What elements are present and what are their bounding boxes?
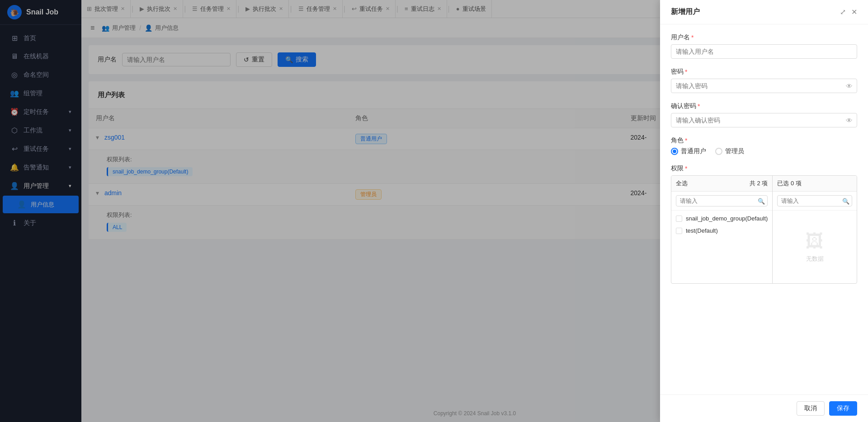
transfer-right-search-wrap: 🔍 [773,192,857,211]
role-admin-label: 管理员 [725,147,744,155]
transfer-select-all[interactable]: 全选 [676,179,688,188]
required-star: * [685,68,687,75]
drawer-title: 新增用户 [671,7,700,17]
transfer-right-search[interactable] [777,195,852,206]
required-star: * [685,165,687,172]
form-label-username: 用户名 * [671,33,857,42]
drawer-body: 用户名 * 密码 * 👁 确认密码 * 👁 [660,24,868,394]
transfer-left-count: 共 2 项 [750,179,768,188]
transfer-left-search-wrap: 🔍 [671,192,772,211]
empty-label: 无数据 [806,255,824,263]
transfer-item-label: snail_job_demo_group(Default) [686,215,768,222]
transfer-left-header: 全选 共 2 项 [671,176,772,192]
confirm-password-input-wrap: 👁 [671,113,857,127]
empty-icon: 🖼 [806,231,824,251]
transfer-checkbox[interactable] [676,228,682,234]
transfer-checkbox[interactable] [676,216,682,222]
role-radio-group: 普通用户 管理员 [671,147,857,155]
username-input[interactable] [671,44,857,59]
form-label-password: 密码 * [671,68,857,76]
transfer-right-count: 已选 0 项 [777,179,801,188]
form-label-confirm-password: 确认密码 * [671,102,857,110]
transfer-item[interactable]: snail_job_demo_group(Default) [671,212,772,225]
transfer-right-list: 🖼 无数据 [773,211,857,283]
eye-icon[interactable]: 👁 [846,117,853,124]
required-star: * [698,103,700,110]
add-user-drawer: 新增用户 ⤢ ✕ 用户名 * 密码 * 👁 [660,0,868,422]
transfer-item-label: test(Default) [686,227,718,234]
transfer-right-panel: 已选 0 项 🔍 🖼 无数据 [772,176,857,283]
eye-icon[interactable]: 👁 [846,82,853,90]
role-normal-label: 普通用户 [681,147,706,155]
drawer-header: 新增用户 ⤢ ✕ [660,0,868,24]
form-label-role: 角色 * [671,136,857,145]
drawer-footer: 取消 保存 [660,394,868,422]
form-item-permissions: 权限 * 全选 共 2 项 🔍 [671,164,857,284]
close-icon[interactable]: ✕ [851,8,857,16]
form-item-role: 角色 * 普通用户 管理员 [671,136,857,155]
drawer-controls: ⤢ ✕ [840,8,857,16]
transfer-left-list: snail_job_demo_group(Default) test(Defau… [671,211,772,283]
form-item-username: 用户名 * [671,33,857,59]
transfer-search-icon: 🔍 [842,197,849,204]
transfer-search-icon: 🔍 [758,197,765,204]
radio-circle-admin [715,148,722,155]
empty-state: 🖼 无数据 [773,212,857,281]
transfer-left-panel: 全选 共 2 项 🔍 snail_job_demo_group(Default) [671,176,772,283]
transfer-item[interactable]: test(Default) [671,225,772,237]
confirm-password-input[interactable] [671,113,857,127]
transfer-left-search[interactable] [676,195,768,206]
password-input[interactable] [671,79,857,93]
cancel-button[interactable]: 取消 [797,401,825,416]
transfer-right-header: 已选 0 项 [773,176,857,192]
required-star: * [685,137,687,144]
form-item-confirm-password: 确认密码 * 👁 [671,102,857,127]
role-admin-radio[interactable]: 管理员 [715,147,744,155]
required-star: * [691,34,693,41]
role-normal-radio[interactable]: 普通用户 [671,147,706,155]
radio-circle-normal [671,148,678,155]
password-input-wrap: 👁 [671,79,857,93]
form-item-password: 密码 * 👁 [671,68,857,93]
save-button[interactable]: 保存 [829,401,857,416]
permissions-transfer: 全选 共 2 项 🔍 snail_job_demo_group(Default) [671,175,857,284]
maximize-icon[interactable]: ⤢ [840,8,846,16]
form-label-permissions: 权限 * [671,164,857,173]
